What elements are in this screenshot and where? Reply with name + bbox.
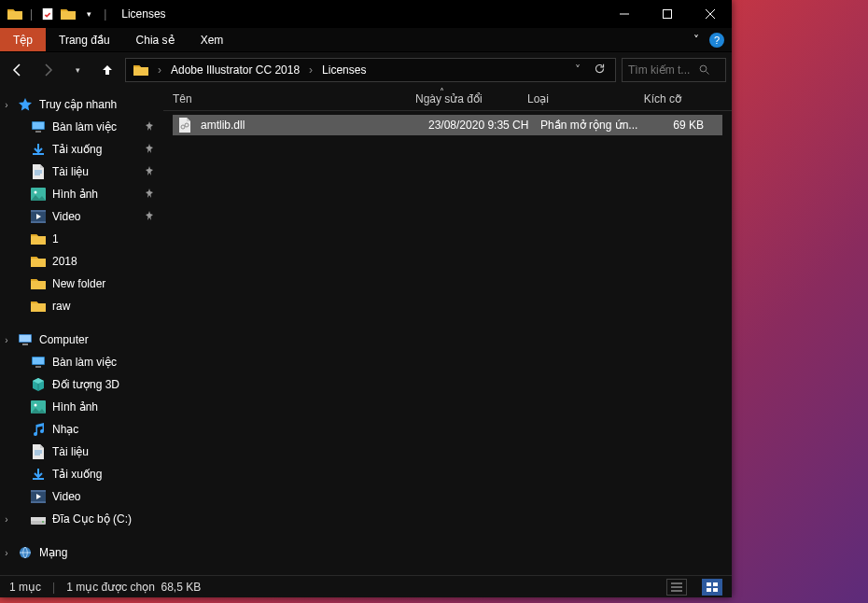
view-icons-button[interactable]: [702, 579, 722, 596]
chevron-right-icon[interactable]: ›: [156, 63, 163, 77]
address-dropdown-icon[interactable]: ˅: [571, 63, 584, 77]
sidebar-item-label: Truy cập nhanh: [39, 98, 117, 111]
sidebar-item[interactable]: Tài liệu: [0, 161, 163, 183]
sidebar-item[interactable]: ›Tài liệu: [0, 441, 163, 463]
column-header-size[interactable]: Kích cỡ: [630, 88, 691, 110]
refresh-button[interactable]: [588, 63, 611, 77]
desktop-icon: [30, 119, 47, 135]
svg-rect-5: [35, 131, 41, 133]
chevron-right-icon[interactable]: ›: [0, 335, 13, 345]
toolbar-separator: |: [28, 7, 35, 21]
svg-rect-21: [31, 501, 46, 503]
sidebar-item[interactable]: Tải xuống: [0, 138, 163, 161]
ribbon-collapse-icon[interactable]: ˅: [683, 34, 709, 47]
sidebar-computer[interactable]: › Computer: [0, 329, 163, 351]
maximize-button[interactable]: [646, 0, 689, 28]
chevron-right-icon[interactable]: ›: [0, 548, 13, 558]
video-icon: [30, 488, 47, 505]
folder-icon: [7, 7, 22, 21]
sidebar-item[interactable]: ›Đĩa Cục bộ (C:): [0, 508, 163, 530]
picture-icon: [30, 399, 47, 415]
column-header-name[interactable]: Tên: [163, 88, 406, 110]
sidebar-item[interactable]: Video: [0, 205, 163, 228]
svg-point-7: [35, 191, 37, 194]
video-icon: [30, 208, 47, 225]
explorer-window: | ▾ | Licenses Tệp Trang đầu Chia sẻ Xem…: [0, 0, 732, 597]
search-input[interactable]: [628, 63, 693, 77]
status-selection: 1 mục được chọn 68,5 KB: [66, 581, 201, 594]
svg-rect-4: [33, 122, 44, 129]
file-list[interactable]: amtlib.dll23/08/2020 9:35 CHPhần mở rộng…: [163, 111, 732, 575]
address-bar-row: ▾ › Adobe Illustrator CC 2018 › Licenses…: [0, 52, 732, 88]
sidebar-item[interactable]: Bàn làm việc: [0, 116, 163, 138]
breadcrumb-root-icon[interactable]: [130, 63, 152, 77]
sidebar-network[interactable]: › Mạng: [0, 541, 163, 564]
breadcrumb-item[interactable]: Licenses: [318, 63, 370, 77]
file-row[interactable]: amtlib.dll23/08/2020 9:35 CHPhần mở rộng…: [173, 115, 722, 135]
address-bar[interactable]: › Adobe Illustrator CC 2018 › Licenses ˅: [125, 58, 616, 82]
toolbar-dropdown-icon[interactable]: ▾: [81, 7, 96, 21]
sidebar-item-label: Đối tượng 3D: [52, 378, 119, 391]
sidebar-item[interactable]: ›Nhạc: [0, 418, 163, 441]
download-icon: [30, 141, 47, 158]
tab-view[interactable]: Xem: [188, 28, 237, 51]
folder-icon: [30, 253, 47, 270]
svg-point-24: [42, 521, 44, 523]
navigation-pane[interactable]: › Truy cập nhanh Bàn làm việcTải xuốngTà…: [0, 88, 163, 575]
quick-access-toolbar: | ▾ |: [0, 7, 116, 21]
svg-rect-31: [713, 588, 718, 592]
svg-rect-1: [664, 10, 672, 19]
sidebar-item[interactable]: ›Hình ảnh: [0, 396, 163, 418]
network-icon: [17, 544, 34, 561]
sidebar-item[interactable]: ›Bàn làm việc: [0, 351, 163, 373]
search-icon: [699, 64, 710, 76]
column-header-type[interactable]: Loại: [518, 88, 630, 110]
back-button[interactable]: [6, 58, 30, 82]
sidebar-item[interactable]: Hình ảnh: [0, 183, 163, 205]
column-headers: Tên Ngày sửa đổi Loại Kích cỡ: [163, 88, 732, 111]
sidebar-item-label: Mạng: [39, 546, 67, 559]
document-icon: [30, 163, 47, 180]
sidebar-item[interactable]: raw: [0, 295, 163, 317]
svg-rect-0: [43, 8, 53, 20]
tab-home[interactable]: Trang đầu: [46, 28, 123, 51]
breadcrumb-item[interactable]: Adobe Illustrator CC 2018: [167, 63, 303, 77]
svg-rect-12: [20, 335, 31, 342]
file-list-pane: Tên Ngày sửa đổi Loại Kích cỡ ˄ amtlib.d…: [163, 88, 732, 575]
chevron-right-icon[interactable]: ›: [307, 63, 315, 77]
up-button[interactable]: [95, 58, 119, 82]
search-box[interactable]: [622, 58, 726, 82]
close-button[interactable]: [689, 0, 732, 28]
help-button[interactable]: ?: [709, 33, 724, 48]
sidebar-quick-access[interactable]: › Truy cập nhanh: [0, 93, 163, 116]
svg-rect-28: [707, 582, 711, 586]
sidebar-item[interactable]: ›Đối tượng 3D: [0, 373, 163, 396]
drive-icon: [30, 511, 47, 527]
chevron-right-icon[interactable]: ›: [0, 514, 13, 525]
forward-button[interactable]: [35, 58, 60, 82]
sidebar-item-label: Tài liệu: [52, 445, 89, 458]
sidebar-item[interactable]: 1: [0, 228, 163, 250]
tab-share[interactable]: Chia sẻ: [123, 28, 188, 51]
column-header-date[interactable]: Ngày sửa đổi: [406, 88, 518, 110]
svg-rect-15: [33, 358, 44, 364]
recent-locations-button[interactable]: ▾: [65, 58, 90, 82]
tab-file[interactable]: Tệp: [0, 28, 46, 51]
sidebar-item[interactable]: ›Tải xuống: [0, 463, 163, 485]
toolbar-separator: |: [102, 7, 108, 21]
pin-icon: [145, 166, 158, 177]
desktop-icon: [30, 354, 47, 371]
sidebar-item[interactable]: ›Video: [0, 485, 163, 508]
network-group: › Mạng: [0, 541, 163, 564]
file-type: Phần mở rộng ứn...: [540, 119, 652, 132]
properties-icon[interactable]: [40, 7, 55, 21]
sidebar-item[interactable]: New folder: [0, 273, 163, 295]
file-name: amtlib.dll: [201, 119, 428, 132]
sidebar-item[interactable]: 2018: [0, 250, 163, 273]
download-icon: [30, 466, 47, 483]
chevron-right-icon[interactable]: ›: [0, 100, 13, 110]
svg-rect-29: [713, 582, 718, 586]
minimize-button[interactable]: [603, 0, 646, 28]
view-details-button[interactable]: [666, 579, 687, 596]
pin-icon: [145, 189, 158, 200]
